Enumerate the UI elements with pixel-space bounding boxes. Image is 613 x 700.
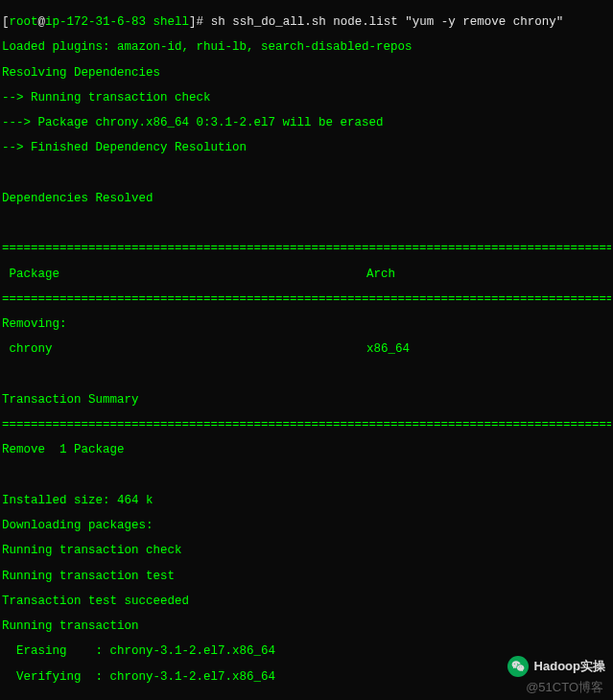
output-line: Running transaction check [2,545,611,557]
blank-line [2,168,611,180]
divider: ========================================… [2,243,611,255]
output-line: Transaction test succeeded [2,595,611,608]
blank-line [2,218,611,230]
output-line: Downloading packages: [2,520,611,532]
output-line: Transaction Summary [2,394,611,407]
wechat-icon [507,656,529,677]
prompt-line: [root@ip-172-31-6-83 shell]# sh ssh_do_a… [2,16,611,29]
output-line: Remove 1 Package [2,444,611,456]
output-line: Loaded plugins: amazon-id, rhui-lb, sear… [2,41,611,54]
output-line: Dependencies Resolved [2,193,611,205]
output-line: Running transaction test [2,571,611,583]
blank-line [2,696,611,700]
blank-line [2,369,611,382]
output-line: --> Finished Dependency Resolution [2,142,611,154]
table-header: PackageArch [2,268,611,281]
output-line: ---> Package chrony.x86_64 0:3.1-2.el7 w… [2,117,611,129]
wechat-watermark: Hadoop实操 [507,656,605,677]
terminal-output[interactable]: [root@ip-172-31-6-83 shell]# sh ssh_do_a… [2,4,611,700]
output-line: Removing: [2,318,611,331]
blog-watermark: @51CTO博客 [526,681,603,694]
output-line: Running transaction [2,620,611,633]
output-line: Resolving Dependencies [2,67,611,80]
divider: ========================================… [2,419,611,432]
table-row: chronyx86_64 [2,343,611,356]
output-line: --> Running transaction check [2,92,611,105]
output-line: Installed size: 464 k [2,495,611,507]
blank-line [2,470,611,482]
divider: ========================================… [2,293,611,306]
wechat-text: Hadoop实操 [534,660,605,673]
